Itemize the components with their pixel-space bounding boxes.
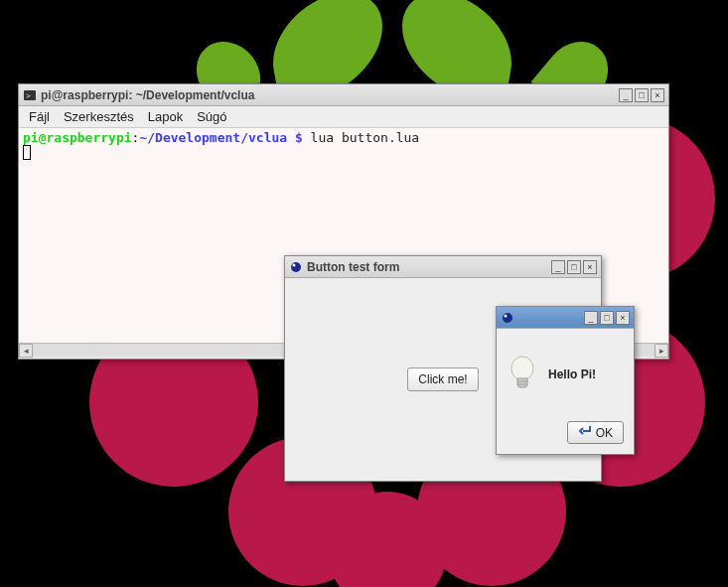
menu-edit[interactable]: Szerkesztés bbox=[64, 109, 134, 124]
form-window-controls: _ □ × bbox=[551, 260, 597, 274]
maximize-button[interactable]: □ bbox=[635, 88, 649, 102]
svg-point-6 bbox=[511, 357, 533, 380]
terminal-line: pi@raspberrypi:~/Development/vclua $ lua… bbox=[23, 130, 664, 145]
menu-help[interactable]: Súgó bbox=[197, 109, 226, 124]
terminal-cursor bbox=[23, 145, 31, 160]
ok-button[interactable]: OK bbox=[567, 421, 624, 444]
minimize-button[interactable]: _ bbox=[619, 88, 633, 102]
svg-point-4 bbox=[503, 313, 512, 323]
ok-button-label: OK bbox=[596, 426, 613, 440]
dialog-button-bar: OK bbox=[507, 421, 624, 444]
minimize-button[interactable]: _ bbox=[551, 260, 565, 274]
minimize-button[interactable]: _ bbox=[584, 311, 598, 325]
prompt-userhost: pi@raspberrypi bbox=[23, 130, 132, 145]
dialog-window-controls: _ □ × bbox=[584, 311, 630, 325]
prompt-dollar: $ bbox=[287, 130, 310, 145]
scroll-left-button[interactable]: ◂ bbox=[19, 344, 33, 358]
maximize-button[interactable]: □ bbox=[567, 260, 581, 274]
dialog-titlebar[interactable]: _ □ × bbox=[497, 307, 634, 329]
dialog-message: Hello Pi! bbox=[548, 367, 596, 381]
svg-text:>: > bbox=[26, 91, 31, 100]
svg-point-3 bbox=[293, 263, 296, 266]
return-icon bbox=[578, 425, 592, 440]
terminal-icon: > bbox=[23, 88, 37, 102]
application-icon bbox=[501, 311, 514, 325]
svg-point-5 bbox=[505, 314, 508, 317]
svg-point-2 bbox=[291, 262, 301, 272]
scroll-right-button[interactable]: ▸ bbox=[655, 344, 668, 358]
terminal-window-controls: _ □ × bbox=[619, 88, 664, 102]
dialog-client-area: Hello Pi! OK bbox=[497, 329, 634, 454]
close-button[interactable]: × bbox=[651, 88, 664, 102]
terminal-title: pi@raspberrypi: ~/Development/vclua bbox=[41, 88, 615, 102]
prompt-command: lua button.lua bbox=[311, 130, 420, 145]
dialog-content: Hello Pi! bbox=[507, 339, 624, 409]
form-titlebar[interactable]: Button test form _ □ × bbox=[285, 256, 601, 278]
form-title: Button test form bbox=[307, 260, 547, 274]
prompt-path: ~/Development/vclua bbox=[139, 130, 287, 145]
message-dialog-window: _ □ × Hello Pi! OK bbox=[496, 306, 635, 455]
menu-file[interactable]: Fájl bbox=[29, 109, 50, 124]
terminal-menubar: Fájl Szerkesztés Lapok Súgó bbox=[19, 106, 668, 128]
maximize-button[interactable]: □ bbox=[600, 311, 614, 325]
close-button[interactable]: × bbox=[583, 260, 597, 274]
terminal-titlebar[interactable]: > pi@raspberrypi: ~/Development/vclua _ … bbox=[19, 84, 668, 106]
application-icon bbox=[289, 260, 303, 274]
close-button[interactable]: × bbox=[616, 311, 630, 325]
menu-tabs[interactable]: Lapok bbox=[148, 109, 183, 124]
lightbulb-icon bbox=[507, 355, 538, 394]
click-me-button[interactable]: Click me! bbox=[407, 367, 478, 391]
